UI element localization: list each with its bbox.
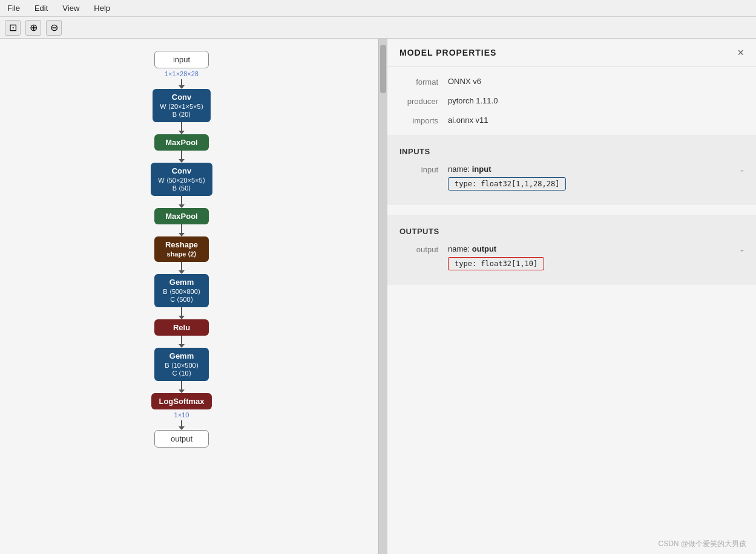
prop-imports-value: ai.onnx v11 [448, 116, 488, 125]
node-gemm1: Gemm B ⟨500×800⟩ C ⟨500⟩ [154, 274, 209, 307]
label-logsoftmax-output: 1×10 [174, 411, 189, 419]
node-reshape: Reshape shape ⟨2⟩ [154, 236, 209, 262]
io-output-label: output [399, 244, 448, 254]
conv2-label: Conv [172, 166, 192, 175]
io-input-label: input [399, 165, 448, 174]
conv2-node-box[interactable]: Conv W ⟨50×20×5×5⟩ B ⟨50⟩ [151, 163, 212, 196]
prop-producer: producer pytorch 1.11.0 [399, 96, 744, 106]
prop-format-label: format [399, 77, 448, 86]
inputs-section: INPUTS input name: input type: float32[1… [387, 135, 756, 205]
node-relu: Relu [154, 319, 209, 336]
gemm1-node-box[interactable]: Gemm B ⟨500×800⟩ C ⟨500⟩ [154, 274, 209, 307]
gemm1-params: B ⟨500×800⟩ C ⟨500⟩ [162, 288, 202, 304]
io-input-type: type: float32[1,1,28,28] [448, 177, 566, 191]
relu-node-box[interactable]: Relu [154, 319, 209, 336]
main: input 1×1×28×28 Conv W ⟨20×1×5×5⟩ B ⟨20⟩ [0, 39, 756, 554]
conv1-node-box[interactable]: Conv W ⟨20×1×5×5⟩ B ⟨20⟩ [153, 89, 210, 122]
panel-title: MODEL PROPERTIES [399, 48, 496, 57]
logsoftmax-node-box[interactable]: LogSoftmax [151, 393, 211, 409]
node-gemm2: Gemm B ⟨10×500⟩ C ⟨10⟩ [154, 348, 209, 381]
menu-view[interactable]: View [60, 2, 82, 14]
maxpool1-node-box[interactable]: MaxPool [154, 134, 209, 151]
reshape-label: Reshape [165, 240, 198, 249]
conn-gemm2-logsoftmax [179, 381, 185, 393]
prop-imports: imports ai.onnx v11 [399, 116, 744, 125]
io-output-row: output name: output type: float32[1,10] … [399, 244, 744, 270]
node-maxpool2: MaxPool [154, 208, 209, 224]
conn-mp2-reshape [179, 224, 185, 236]
node-input: input [154, 51, 209, 68]
reshape-node-box[interactable]: Reshape shape ⟨2⟩ [154, 236, 209, 262]
conv2-params: W ⟨50×20×5×5⟩ B ⟨50⟩ [158, 177, 205, 192]
conv1-label: Conv [172, 93, 192, 102]
prop-imports-label: imports [399, 116, 448, 125]
graph-canvas[interactable]: input 1×1×28×28 Conv W ⟨20×1×5×5⟩ B ⟨20⟩ [0, 39, 378, 554]
node-maxpool1: MaxPool [154, 134, 209, 151]
gemm2-label: Gemm [169, 351, 194, 360]
toolbar: ⊡ ⊕ ⊖ [0, 17, 756, 39]
node-conv2: Conv W ⟨50×20×5×5⟩ B ⟨50⟩ [151, 163, 212, 196]
io-input-minus[interactable]: - [740, 165, 744, 177]
prop-format-value: ONNX v6 [448, 77, 481, 86]
node-conv1: Conv W ⟨20×1×5×5⟩ B ⟨20⟩ [153, 89, 210, 122]
conn-relu-gemm2 [179, 336, 185, 348]
io-output-type: type: float32[1,10] [448, 257, 544, 270]
maxpool2-node-box[interactable]: MaxPool [154, 208, 209, 224]
conn-input-conv1: 1×1×28×28 [165, 68, 199, 89]
zoom-in-button[interactable]: ⊕ [25, 20, 41, 36]
io-input-name: name: input [448, 165, 734, 174]
conn-mp1-conv2 [179, 151, 185, 163]
properties-panel: MODEL PROPERTIES × format ONNX v6 produc… [387, 39, 756, 554]
io-output-name: name: output [448, 244, 734, 253]
conn-logsoftmax-output: 1×10 [174, 409, 189, 430]
io-input-row: input name: input type: float32[1,1,28,2… [399, 165, 744, 191]
gemm2-params: B ⟨10×500⟩ C ⟨10⟩ [162, 362, 202, 377]
gemm1-label: Gemm [169, 278, 194, 287]
outputs-section-header: OUTPUTS [399, 227, 744, 236]
fit-button[interactable]: ⊡ [5, 20, 21, 36]
panel-close-button[interactable]: × [737, 47, 744, 58]
outputs-section: OUTPUTS output name: output type: float3… [387, 215, 756, 285]
reshape-params: shape ⟨2⟩ [162, 250, 202, 258]
menubar: File Edit View Help [0, 0, 756, 17]
conv1-params: W ⟨20×1×5×5⟩ B ⟨20⟩ [160, 103, 203, 119]
prop-producer-value: pytorch 1.11.0 [448, 96, 498, 105]
input-node-box[interactable]: input [154, 51, 209, 68]
menu-edit[interactable]: Edit [32, 2, 50, 14]
zoom-out-button[interactable]: ⊖ [46, 20, 62, 36]
io-input-details: name: input type: float32[1,1,28,28] [448, 165, 734, 191]
prop-format: format ONNX v6 [399, 77, 744, 86]
menu-file[interactable]: File [5, 2, 22, 14]
inputs-section-header: INPUTS [399, 147, 744, 156]
node-logsoftmax: LogSoftmax [151, 393, 211, 409]
gemm2-node-box[interactable]: Gemm B ⟨10×500⟩ C ⟨10⟩ [154, 348, 209, 381]
io-output-minus[interactable]: - [740, 244, 744, 257]
menu-help[interactable]: Help [91, 2, 113, 14]
node-output: output [154, 430, 209, 448]
panel-header: MODEL PROPERTIES × [387, 39, 756, 67]
conn-conv1-mp1 [179, 122, 185, 134]
panel-content: format ONNX v6 producer pytorch 1.11.0 i… [387, 67, 756, 295]
conn-reshape-gemm1 [179, 262, 185, 274]
prop-producer-label: producer [399, 96, 448, 106]
label-input-conv1: 1×1×28×28 [165, 70, 199, 77]
scroll-thumb[interactable] [380, 45, 386, 93]
graph-inner: input 1×1×28×28 Conv W ⟨20×1×5×5⟩ B ⟨20⟩ [0, 39, 363, 554]
io-output-details: name: output type: float32[1,10] [448, 244, 734, 270]
scrollbar[interactable] [378, 39, 387, 554]
conn-conv2-mp2 [179, 196, 185, 208]
watermark: CSDN @做个爱笑的大男孩 [658, 539, 746, 549]
conn-gemm1-relu [179, 307, 185, 319]
output-node-box[interactable]: output [154, 430, 209, 448]
